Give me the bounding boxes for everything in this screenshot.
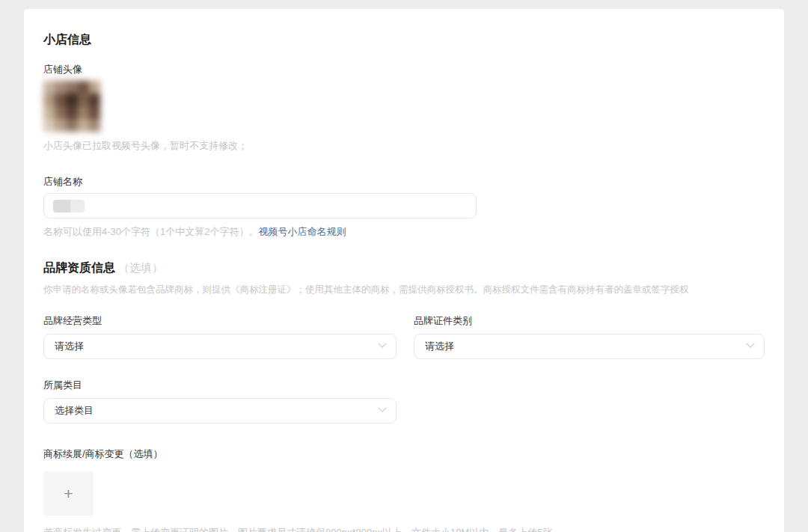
- brand-operation-type-value: 请选择: [55, 340, 84, 353]
- shop-settings-card: 小店信息 店铺头像 小店头像已拉取视频号头像，暂时不支持修改； 店铺名称 名称可…: [24, 9, 784, 532]
- trademark-upload-button[interactable]: +: [43, 471, 94, 516]
- shop-info-title: 小店信息: [43, 31, 765, 48]
- shop-avatar-note: 小店头像已拉取视频号头像，暂时不支持修改；: [43, 139, 765, 153]
- brand-certificate-type-label: 品牌证件类别: [414, 314, 765, 328]
- brand-info-description: 你申请的名称或头像若包含品牌商标，则提供《商标注册证》；使用其他主体的商标，需提…: [43, 284, 765, 296]
- shop-name-hint-text: 名称可以使用4-30个字符（1个中文算2个字符）。: [43, 226, 258, 237]
- shop-name-hint: 名称可以使用4-30个字符（1个中文算2个字符）。视频号小店命名规则: [43, 225, 765, 239]
- trademark-change-note: 若商标发生过变更，需上传变更证明的图片，图片要求尺寸请确保800px*800px…: [43, 526, 765, 532]
- naming-rules-link[interactable]: 视频号小店命名规则: [258, 226, 346, 237]
- redacted-shop-name-value: [53, 200, 85, 213]
- shop-avatar-image: [43, 81, 100, 132]
- shop-avatar-mosaic: [43, 81, 100, 132]
- brand-info-optional-tag: （选填）: [118, 261, 163, 274]
- category-select[interactable]: 选择类目: [43, 398, 397, 424]
- brand-operation-type-label: 品牌经营类型: [43, 314, 397, 328]
- shop-name-label: 店铺名称: [43, 175, 765, 189]
- shop-avatar-label: 店铺头像: [43, 63, 765, 76]
- chevron-down-icon: [378, 339, 386, 347]
- chevron-down-icon: [378, 403, 386, 412]
- brand-certificate-type-select[interactable]: 请选择: [414, 334, 765, 359]
- brand-certificate-type-value: 请选择: [425, 340, 454, 353]
- plus-icon: +: [64, 486, 73, 501]
- brand-operation-type-select[interactable]: 请选择: [43, 334, 397, 359]
- brand-info-title: 品牌资质信息（选填）: [43, 260, 765, 276]
- category-value: 选择类目: [55, 404, 94, 418]
- trademark-change-label: 商标续展/商标变更（选填）: [43, 447, 765, 461]
- chevron-down-icon: [746, 339, 754, 347]
- category-label: 所属类目: [43, 379, 765, 392]
- brand-info-title-text: 品牌资质信息: [43, 261, 115, 274]
- shop-name-input[interactable]: [43, 193, 477, 218]
